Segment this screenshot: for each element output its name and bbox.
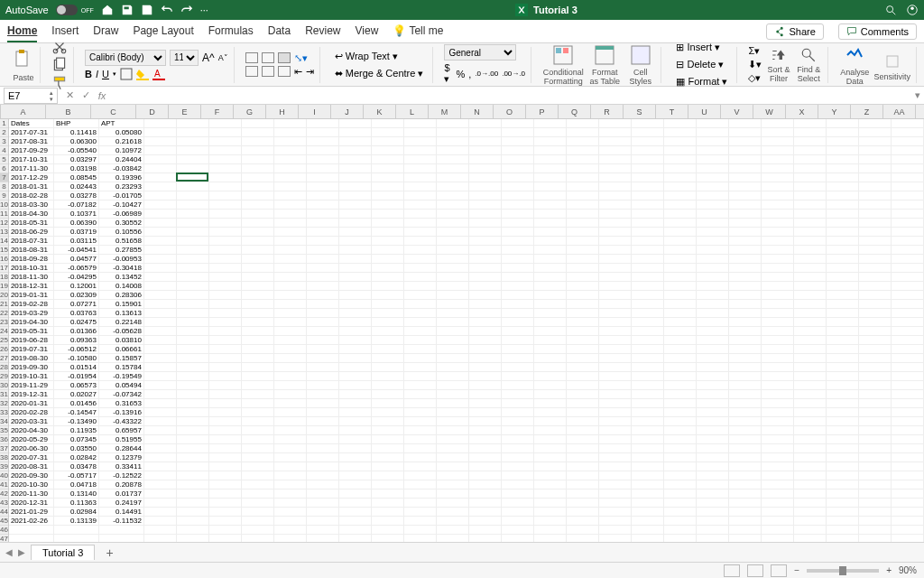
- cell[interactable]: [144, 273, 177, 281]
- cell[interactable]: -0.05540: [54, 146, 99, 154]
- cell[interactable]: [697, 146, 729, 154]
- cell[interactable]: [664, 210, 697, 218]
- cell[interactable]: [794, 471, 827, 480]
- cell[interactable]: [144, 381, 177, 389]
- cell[interactable]: [697, 354, 729, 362]
- italic-button[interactable]: I: [96, 69, 98, 79]
- cell[interactable]: [209, 444, 242, 452]
- cell[interactable]: [307, 282, 339, 290]
- cell[interactable]: [762, 526, 794, 534]
- zoom-in-button[interactable]: +: [886, 565, 892, 575]
- cell[interactable]: [274, 155, 307, 163]
- cell[interactable]: [567, 164, 599, 172]
- cell[interactable]: [697, 137, 729, 145]
- cell[interactable]: [144, 309, 177, 317]
- cell[interactable]: [404, 273, 437, 281]
- cell[interactable]: [274, 291, 307, 299]
- cell[interactable]: [274, 435, 307, 443]
- cell[interactable]: [502, 228, 534, 236]
- cell[interactable]: [599, 526, 632, 534]
- cell[interactable]: 0.15901: [99, 300, 144, 308]
- col-header[interactable]: P: [526, 105, 559, 118]
- cell[interactable]: 0.02443: [54, 182, 99, 191]
- cell[interactable]: [437, 219, 469, 227]
- cell[interactable]: [632, 282, 664, 290]
- cell[interactable]: [794, 182, 827, 191]
- cell[interactable]: [469, 489, 502, 498]
- cell[interactable]: [209, 508, 242, 516]
- cell[interactable]: [144, 327, 177, 335]
- cell[interactable]: [827, 182, 859, 191]
- cell[interactable]: [534, 219, 567, 227]
- cell[interactable]: [502, 390, 534, 398]
- cell[interactable]: [469, 318, 502, 326]
- cell[interactable]: [242, 480, 274, 489]
- cell[interactable]: [404, 381, 437, 389]
- cell[interactable]: [242, 354, 274, 362]
- row-header[interactable]: 9: [0, 191, 8, 200]
- cell[interactable]: [144, 282, 177, 290]
- cell[interactable]: [339, 417, 372, 425]
- wrap-text-button[interactable]: ↩ Wrap Text ▾: [331, 49, 428, 64]
- cell[interactable]: [762, 327, 794, 335]
- cell[interactable]: -0.10427: [99, 200, 144, 209]
- cell[interactable]: [339, 390, 372, 398]
- cell[interactable]: [567, 462, 599, 471]
- cell[interactable]: [794, 237, 827, 245]
- cell[interactable]: 2020-03-31: [9, 417, 54, 425]
- cell[interactable]: [892, 246, 924, 254]
- sheet-nav-prev-icon[interactable]: ◀: [5, 547, 13, 557]
- cell[interactable]: [372, 273, 404, 281]
- cell[interactable]: [307, 300, 339, 308]
- cell[interactable]: [697, 399, 729, 407]
- cell[interactable]: [404, 390, 437, 398]
- cell[interactable]: [274, 200, 307, 209]
- row-header[interactable]: 10: [0, 200, 8, 210]
- cell[interactable]: [437, 372, 469, 380]
- cell[interactable]: [242, 200, 274, 209]
- cell[interactable]: [794, 526, 827, 534]
- cell[interactable]: 0.01366: [54, 327, 99, 335]
- cell[interactable]: [144, 363, 177, 371]
- cell[interactable]: [437, 535, 469, 542]
- cell[interactable]: [729, 336, 762, 344]
- row-header[interactable]: 16: [0, 255, 8, 264]
- cell[interactable]: [502, 408, 534, 416]
- cell[interactable]: [177, 354, 209, 362]
- cell[interactable]: [502, 182, 534, 191]
- cell[interactable]: [177, 128, 209, 136]
- row-header[interactable]: 25: [0, 336, 8, 345]
- cell[interactable]: [437, 228, 469, 236]
- row-header[interactable]: 32: [0, 399, 8, 408]
- cell[interactable]: [762, 426, 794, 434]
- cell[interactable]: [144, 182, 177, 191]
- zoom-out-button[interactable]: −: [794, 565, 799, 575]
- cell[interactable]: [697, 282, 729, 290]
- cell[interactable]: [372, 517, 404, 525]
- cell[interactable]: [404, 453, 437, 461]
- cell[interactable]: [177, 471, 209, 480]
- cell[interactable]: [567, 508, 599, 516]
- cell[interactable]: [762, 191, 794, 200]
- cell[interactable]: [567, 200, 599, 209]
- cell[interactable]: [469, 381, 502, 389]
- cell[interactable]: 2020-02-28: [9, 408, 54, 416]
- cell[interactable]: 0.01737: [99, 489, 144, 498]
- cell[interactable]: [469, 164, 502, 172]
- cell[interactable]: [339, 489, 372, 498]
- cell[interactable]: [859, 390, 892, 398]
- cell[interactable]: [762, 499, 794, 507]
- cell[interactable]: [859, 237, 892, 245]
- more-icon[interactable]: ···: [200, 5, 208, 15]
- cell[interactable]: [729, 444, 762, 452]
- cell[interactable]: [664, 499, 697, 507]
- cell[interactable]: [664, 471, 697, 480]
- cell[interactable]: [469, 499, 502, 507]
- cell[interactable]: [144, 255, 177, 263]
- cell[interactable]: [274, 228, 307, 236]
- row-header[interactable]: 14: [0, 237, 8, 246]
- cell[interactable]: [729, 237, 762, 245]
- cell[interactable]: [892, 508, 924, 516]
- cell[interactable]: [794, 426, 827, 434]
- cell[interactable]: [437, 435, 469, 443]
